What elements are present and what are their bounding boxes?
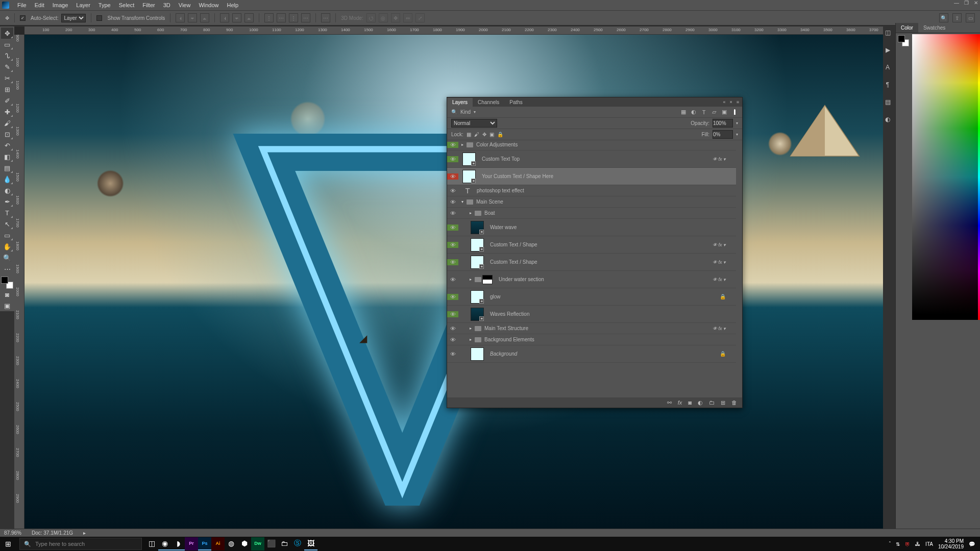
swatches-tab[interactable]: Swatches bbox=[918, 23, 950, 33]
tray-sync-icon[interactable]: ⇅ bbox=[896, 541, 900, 547]
layer-row[interactable]: 👁▸Under water section👁 fx ▾ bbox=[447, 271, 736, 288]
color-panel-fg[interactable] bbox=[898, 35, 905, 42]
history-panel-icon[interactable]: ◫ bbox=[883, 28, 892, 37]
shape-tool[interactable]: ▭ bbox=[1, 230, 13, 241]
eyedropper-tool[interactable]: ✐ bbox=[1, 95, 13, 106]
tray-security-icon[interactable]: ⛨ bbox=[905, 541, 910, 547]
color-panel-swatches[interactable] bbox=[898, 35, 909, 46]
menu-filter[interactable]: Filter bbox=[138, 1, 159, 9]
layer-fx-indicator[interactable]: 👁 fx ▾ bbox=[713, 157, 726, 162]
pen-tool[interactable]: ✒ bbox=[1, 196, 13, 207]
screen-mode-icon[interactable]: ▣ bbox=[1, 300, 13, 311]
tray-chevron-icon[interactable]: ˆ bbox=[889, 541, 891, 547]
window-restore-icon[interactable]: ❐ bbox=[964, 0, 969, 6]
twisty-icon[interactable]: ▾ bbox=[461, 199, 467, 204]
adjustments-panel-icon[interactable]: ◐ bbox=[883, 115, 892, 124]
visibility-icon[interactable]: 👁 bbox=[450, 156, 456, 162]
visibility-icon[interactable]: 👁 bbox=[450, 173, 456, 180]
auto-select-dropdown[interactable]: Layer bbox=[61, 14, 86, 22]
paths-tab[interactable]: Paths bbox=[504, 98, 528, 107]
layer-row[interactable]: 👁▸Boat bbox=[447, 208, 736, 219]
layer-fx-indicator[interactable]: 👁 fx ▾ bbox=[713, 326, 726, 331]
layer-fx-indicator[interactable]: 👁 fx ▾ bbox=[713, 277, 726, 282]
menu-select[interactable]: Select bbox=[115, 1, 139, 9]
libraries-panel-icon[interactable]: ▤ bbox=[883, 97, 892, 107]
visibility-icon[interactable]: 👁 bbox=[450, 142, 456, 148]
dreamweaver-icon[interactable]: Dw bbox=[251, 537, 264, 550]
layer-row[interactable]: 👁▣Custom Text Top👁 fx ▾ bbox=[447, 151, 736, 168]
adjustment-layer-icon[interactable]: ◐ bbox=[698, 399, 703, 406]
twisty-icon[interactable]: ▸ bbox=[470, 326, 475, 331]
layer-row[interactable]: 👁▣glow🔒 bbox=[447, 288, 736, 306]
panel-collapse-icon[interactable]: « bbox=[723, 99, 725, 105]
dodge-tool[interactable]: ◐ bbox=[1, 185, 13, 196]
menu-edit[interactable]: Edit bbox=[31, 1, 48, 9]
layer-row[interactable]: 👁▣Waves Reflection bbox=[447, 306, 736, 323]
layer-name[interactable]: Main Scene bbox=[473, 199, 503, 205]
brush-tool[interactable]: 🖌 bbox=[1, 117, 13, 129]
menu-image[interactable]: Image bbox=[48, 1, 72, 9]
layer-thumbnail[interactable]: ▣ bbox=[471, 256, 484, 269]
layer-name[interactable]: Color Adjustments bbox=[473, 142, 518, 147]
photos-icon[interactable]: 🖼 bbox=[304, 537, 317, 550]
color-tab[interactable]: Color bbox=[896, 23, 918, 33]
align-bottom-icon[interactable]: ⫠ bbox=[244, 13, 254, 22]
chrome-icon[interactable]: ◉ bbox=[158, 537, 172, 550]
type-tool[interactable]: T bbox=[1, 207, 13, 218]
task-view-icon[interactable]: ◫ bbox=[145, 537, 158, 550]
tray-lang[interactable]: ITA bbox=[925, 541, 933, 547]
align-right-icon[interactable]: ⫠ bbox=[200, 13, 209, 22]
layer-thumbnail[interactable]: ▣ bbox=[471, 290, 484, 304]
channels-tab[interactable]: Channels bbox=[473, 98, 504, 107]
filter-pixel-icon[interactable]: ▦ bbox=[680, 109, 687, 115]
auto-select-checkbox[interactable] bbox=[20, 15, 26, 21]
filter-toggle[interactable]: ⏽ bbox=[731, 109, 738, 115]
character-panel-icon[interactable]: A bbox=[883, 63, 892, 72]
color-swatches[interactable] bbox=[1, 277, 13, 289]
layer-thumbnail[interactable]: ▣ bbox=[471, 238, 484, 252]
layer-name[interactable]: Background bbox=[487, 351, 517, 357]
layer-thumbnail[interactable]: ▣ bbox=[471, 308, 484, 321]
illustrator-icon[interactable]: Ai bbox=[211, 537, 225, 550]
filter-adjust-icon[interactable]: ◐ bbox=[690, 109, 697, 115]
opacity-input[interactable] bbox=[713, 119, 733, 128]
new-layer-icon[interactable]: ⊞ bbox=[721, 399, 725, 406]
menu-file[interactable]: File bbox=[13, 1, 31, 9]
layer-thumbnail[interactable] bbox=[471, 347, 484, 361]
quick-select-tool[interactable]: ✎ bbox=[1, 61, 13, 72]
layer-name[interactable]: Background Elements bbox=[481, 337, 534, 342]
panel-close-icon[interactable]: × bbox=[729, 99, 732, 105]
layer-row[interactable]: 👁Tphotoshop text effect bbox=[447, 185, 736, 196]
hue-strip[interactable] bbox=[978, 34, 980, 320]
ruler-horizontal[interactable]: 0100200300400500600700800900100011001200… bbox=[24, 27, 883, 35]
tray-notifications-icon[interactable]: 💬 bbox=[969, 541, 975, 547]
blend-mode-select[interactable]: Normal bbox=[451, 119, 497, 128]
crop-tool[interactable]: ✂ bbox=[1, 72, 13, 84]
window-close-icon[interactable]: ✕ bbox=[974, 0, 978, 6]
twisty-icon[interactable]: ▸ bbox=[461, 142, 467, 147]
visibility-icon[interactable]: 👁 bbox=[450, 325, 456, 332]
share-icon[interactable]: ⇪ bbox=[952, 13, 962, 22]
premiere-icon[interactable]: Pr bbox=[185, 537, 198, 550]
visibility-icon[interactable]: 👁 bbox=[450, 242, 456, 248]
align-center-h-icon[interactable]: ⫟ bbox=[188, 13, 197, 22]
paragraph-panel-icon[interactable]: ¶ bbox=[883, 80, 892, 89]
layer-thumbnail[interactable]: ▣ bbox=[471, 221, 484, 234]
zoom-tool[interactable]: 🔍 bbox=[1, 252, 13, 263]
layer-fx-indicator[interactable]: 👁 fx ▾ bbox=[713, 260, 726, 265]
doc-size[interactable]: Doc: 37.1M/1.21G bbox=[32, 530, 73, 536]
color-spectrum[interactable] bbox=[912, 34, 978, 320]
more-align-icon[interactable]: ⋯ bbox=[321, 13, 330, 22]
lock-position-icon[interactable]: ✥ bbox=[482, 132, 486, 137]
healing-tool[interactable]: ✚ bbox=[1, 106, 13, 117]
twisty-icon[interactable]: ▸ bbox=[470, 337, 475, 342]
taskbar-search[interactable]: 🔍 Type here to search bbox=[19, 538, 142, 550]
move-tool[interactable]: ✥ bbox=[1, 28, 13, 39]
layer-row[interactable]: 👁▸Background Elements bbox=[447, 334, 736, 345]
layer-row[interactable]: 👁▣Water wave bbox=[447, 219, 736, 236]
filter-shape-icon[interactable]: ▱ bbox=[710, 109, 718, 115]
layer-mask-thumb[interactable] bbox=[482, 275, 493, 284]
lasso-tool[interactable]: ᔐ bbox=[1, 50, 13, 61]
layer-fx-icon[interactable]: fx bbox=[678, 399, 682, 406]
menu-view[interactable]: View bbox=[175, 1, 195, 9]
